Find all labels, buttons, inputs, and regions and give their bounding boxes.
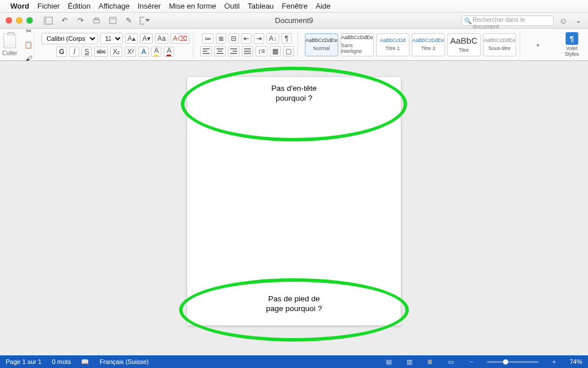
menu-table[interactable]: Tableau (247, 2, 274, 10)
superscript-button[interactable]: X² (125, 47, 136, 57)
newdoc-icon[interactable] (140, 16, 150, 26)
document-title: Document9 (275, 16, 313, 25)
svg-rect-2 (94, 20, 99, 23)
search-icon: 🔍 (464, 17, 472, 25)
clipboard-group: Coller ✂ 📋 🖌 (3, 31, 34, 58)
edit-icon[interactable]: ✎ (123, 16, 134, 26)
font-group: Calibri (Corps) 12 A▴ A▾ Aa A⌫ G I S abc… (38, 31, 194, 58)
close-window-button[interactable] (6, 17, 12, 24)
feedback-smiley-icon[interactable]: ☺ (558, 16, 568, 26)
status-language[interactable]: Français (Suisse) (99, 358, 149, 365)
align-left-button[interactable] (200, 46, 212, 56)
texteffects-button[interactable]: A (138, 47, 149, 57)
menu-window[interactable]: Fenêtre (282, 2, 308, 10)
sort-button[interactable]: A↓ (266, 33, 279, 44)
qa-home-icon[interactable] (43, 16, 53, 26)
menu-insert[interactable]: Insérer (138, 2, 161, 10)
menu-tools[interactable]: Outil (225, 2, 240, 10)
subscript-button[interactable]: X₂ (110, 47, 122, 57)
view-draft-icon[interactable]: ▭ (446, 357, 456, 366)
clear-format-button[interactable]: A⌫ (171, 33, 189, 44)
status-wordcount[interactable]: 0 mots (52, 358, 71, 365)
minimize-window-button[interactable] (16, 17, 22, 24)
strike-button[interactable]: abc (94, 47, 108, 57)
styles-pane-button[interactable]: ¶ Volet Styles (560, 32, 583, 57)
paragraph-group: ≔ ≣ ⊟ ⇤ ⇥ A↓ ¶ ↕≡ ▦ ▢ (197, 31, 298, 58)
undo-icon[interactable]: ↶ (59, 16, 69, 26)
multilevel-button[interactable]: ⊟ (229, 33, 239, 44)
bold-button[interactable]: G (56, 47, 67, 57)
page-footer-text: Pas de pied depage pourquoi ? (187, 294, 401, 314)
bullets-button[interactable]: ≔ (202, 33, 214, 44)
font-size-select[interactable]: 12 (100, 33, 123, 44)
shrink-font-button[interactable]: A▾ (140, 33, 153, 44)
search-input[interactable]: 🔍 Rechercher dans le document (462, 16, 554, 26)
document-canvas[interactable]: Pas d'en-têtepourquoi ? Pas de pied depa… (0, 61, 588, 355)
svg-rect-5 (111, 17, 115, 20)
borders-button[interactable]: ▢ (283, 46, 294, 56)
page-header-text: Pas d'en-têtepourquoi ? (187, 84, 401, 103)
pilcrow-button[interactable]: ¶ (281, 33, 292, 44)
mac-menubar: Word Fichier Édition Affichage Insérer M… (0, 0, 588, 13)
volet-label-2: Styles (564, 51, 579, 57)
save-icon[interactable] (107, 16, 118, 26)
underline-button[interactable]: S (82, 47, 92, 57)
copy-icon[interactable]: 📋 (22, 40, 35, 50)
fontcolor-button[interactable]: A (164, 47, 174, 57)
numbering-button[interactable]: ≣ (216, 33, 226, 44)
redo-icon[interactable]: ↷ (75, 16, 86, 26)
view-web-icon[interactable]: ▥ (404, 357, 415, 366)
status-page[interactable]: Page 1 sur 1 (6, 358, 41, 365)
align-justify-button[interactable] (242, 46, 253, 56)
pilcrow-pane-icon: ¶ (566, 32, 578, 45)
style-sans-interligne[interactable]: AaBbCcDdEeSans interligne (341, 33, 374, 56)
search-placeholder: Rechercher dans le document (473, 16, 525, 30)
indent-inc-button[interactable]: ⇥ (254, 33, 264, 44)
window-titlebar: ↶ ↷ ✎ Document9 🔍 Rechercher dans le doc… (0, 13, 588, 29)
align-right-button[interactable] (228, 46, 239, 56)
view-outline-icon[interactable]: ≣ (425, 357, 435, 366)
styles-group: AaBbCcDdEeNormalAaBbCcDdEeSans interlign… (301, 31, 520, 58)
status-bar: Page 1 sur 1 0 mots 📖 Français (Suisse) … (0, 355, 588, 368)
svg-rect-3 (95, 18, 98, 20)
help-chevron-icon[interactable]: ⌄ (573, 16, 583, 26)
clipboard-icon[interactable] (3, 33, 16, 48)
menu-format[interactable]: Mise en forme (169, 2, 216, 10)
zoom-window-button[interactable] (26, 17, 33, 24)
zoom-out-button[interactable]: − (466, 357, 477, 366)
status-spellcheck-icon[interactable]: 📖 (81, 358, 89, 366)
grow-font-button[interactable]: A▴ (125, 33, 138, 44)
highlight-button[interactable]: A (151, 47, 161, 57)
view-print-icon[interactable]: ▤ (384, 357, 394, 366)
menu-view[interactable]: Affichage (99, 2, 130, 10)
traffic-lights (6, 17, 33, 24)
svg-rect-6 (140, 17, 144, 24)
paste-label: Coller (2, 50, 17, 56)
style-titre[interactable]: AaBbCTitre (447, 33, 481, 56)
print-icon[interactable] (91, 16, 102, 26)
styles-pane-group: ▸ (524, 31, 554, 58)
style-sous-titre[interactable]: AaBbCcDdEeSous-titre (483, 33, 516, 56)
menu-help[interactable]: Aide (316, 2, 331, 10)
zoom-in-button[interactable]: + (549, 357, 559, 366)
shading-button[interactable]: ▦ (270, 46, 281, 56)
indent-dec-button[interactable]: ⇤ (241, 33, 252, 44)
style-titre-1[interactable]: AaBbCcDdTitre 1 (376, 33, 409, 56)
styles-more-icon[interactable]: ▸ (537, 41, 540, 48)
linespacing-button[interactable]: ↕≡ (256, 46, 268, 56)
ribbon: Coller ✂ 📋 🖌 Calibri (Corps) 12 A▴ A▾ Aa… (0, 29, 588, 61)
zoom-slider[interactable] (487, 361, 539, 363)
document-page[interactable]: Pas d'en-têtepourquoi ? Pas de pied depa… (187, 77, 401, 325)
align-center-button[interactable] (214, 46, 226, 56)
menu-edit[interactable]: Édition (68, 2, 91, 10)
font-name-select[interactable]: Calibri (Corps) (41, 33, 98, 44)
style-normal[interactable]: AaBbCcDdEeNormal (305, 33, 338, 56)
volet-styles: ¶ Volet Styles (557, 31, 587, 58)
change-case-button[interactable]: Aa (155, 33, 168, 44)
quick-access-toolbar: ↶ ↷ ✎ (43, 16, 150, 26)
italic-button[interactable]: I (69, 47, 79, 57)
zoom-percent[interactable]: 74% (570, 358, 582, 365)
menu-file[interactable]: Fichier (37, 2, 60, 10)
style-titre-2[interactable]: AaBbCcDdEeTitre 2 (412, 33, 445, 56)
menu-app[interactable]: Word (10, 2, 29, 10)
